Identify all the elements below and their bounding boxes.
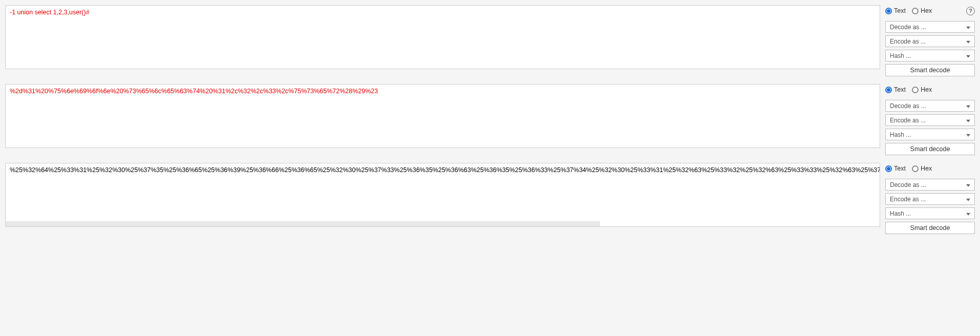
radio-hex[interactable]: Hex	[912, 165, 932, 172]
radio-hex-label: Hex	[921, 7, 932, 14]
radio-circle-icon	[912, 165, 919, 172]
hash-dropdown[interactable]: Hash ...	[885, 50, 975, 61]
radio-text[interactable]: Text	[885, 86, 906, 93]
decode-as-dropdown[interactable]: Decode as ...	[885, 179, 975, 191]
dropdown-label: Hash ...	[890, 52, 911, 59]
dropdown-label: Hash ...	[890, 131, 911, 138]
radio-circle-icon	[912, 87, 919, 93]
decoder-row-2: %2d%31%20%75%6e%69%6f%6e%20%73%65%6c%65%…	[5, 84, 975, 155]
panel-content: %2d%31%20%75%6e%69%6f%6e%20%73%65%6c%65%…	[10, 88, 876, 95]
dropdown-label: Hash ...	[890, 210, 911, 217]
radio-row: Text Hex	[885, 163, 975, 174]
radio-row: Text Hex	[885, 84, 975, 95]
radio-hex[interactable]: Hex	[912, 7, 932, 14]
encode-as-dropdown[interactable]: Encode as ...	[885, 193, 975, 205]
smart-decode-label: Smart decode	[910, 67, 950, 74]
radio-text-label: Text	[894, 86, 906, 93]
dropdown-label: Encode as ...	[890, 38, 926, 45]
smart-decode-label: Smart decode	[910, 145, 950, 153]
radio-group: Text Hex	[885, 7, 964, 14]
radio-group: Text Hex	[885, 165, 975, 172]
decoder-text-panel[interactable]: %2d%31%20%75%6e%69%6f%6e%20%73%65%6c%65%…	[5, 84, 880, 148]
radio-circle-icon	[885, 87, 892, 93]
decode-as-dropdown[interactable]: Decode as ...	[885, 21, 975, 33]
decoder-text-panel[interactable]: %25%32%64%25%33%31%25%32%30%25%37%35%25%…	[5, 163, 880, 227]
decoder-row-3: %25%32%64%25%33%31%25%32%30%25%37%35%25%…	[5, 163, 975, 234]
radio-hex[interactable]: Hex	[912, 86, 932, 93]
hash-dropdown[interactable]: Hash ...	[885, 129, 975, 140]
horizontal-scrollbar[interactable]	[6, 221, 600, 226]
decoder-controls: Text Hex Decode as ... Encode as ... Has…	[885, 163, 975, 234]
radio-text[interactable]: Text	[885, 165, 906, 172]
decoder-row-1: -1 union select 1,2,3,user()# Text Hex ?…	[5, 5, 975, 76]
smart-decode-button[interactable]: Smart decode	[885, 64, 975, 76]
decode-as-dropdown[interactable]: Decode as ...	[885, 100, 975, 112]
smart-decode-label: Smart decode	[910, 224, 950, 232]
dropdown-label: Encode as ...	[890, 117, 926, 124]
radio-text[interactable]: Text	[885, 7, 906, 14]
smart-decode-button[interactable]: Smart decode	[885, 143, 975, 155]
dropdown-label: Decode as ...	[890, 24, 926, 31]
radio-circle-icon	[885, 8, 892, 14]
panel-content: -1 union select 1,2,3,user()#	[10, 9, 876, 16]
decoder-controls: Text Hex Decode as ... Encode as ... Has…	[885, 84, 975, 155]
radio-hex-label: Hex	[921, 86, 932, 93]
radio-row: Text Hex ?	[885, 5, 975, 16]
encode-as-dropdown[interactable]: Encode as ...	[885, 35, 975, 47]
radio-text-label: Text	[894, 165, 906, 172]
radio-text-label: Text	[894, 7, 906, 14]
dropdown-label: Decode as ...	[890, 102, 926, 110]
help-icon[interactable]: ?	[966, 7, 975, 15]
hash-dropdown[interactable]: Hash ...	[885, 207, 975, 219]
panel-content: %25%32%64%25%33%31%25%32%30%25%37%35%25%…	[10, 166, 876, 174]
dropdown-label: Decode as ...	[890, 181, 926, 188]
radio-hex-label: Hex	[921, 165, 932, 172]
decoder-controls: Text Hex ? Decode as ... Encode as ... H…	[885, 5, 975, 76]
smart-decode-button[interactable]: Smart decode	[885, 222, 975, 234]
radio-group: Text Hex	[885, 86, 975, 93]
encode-as-dropdown[interactable]: Encode as ...	[885, 114, 975, 126]
dropdown-label: Encode as ...	[890, 196, 926, 203]
radio-circle-icon	[885, 165, 892, 172]
radio-circle-icon	[912, 8, 919, 14]
decoder-text-panel[interactable]: -1 union select 1,2,3,user()#	[5, 5, 880, 69]
